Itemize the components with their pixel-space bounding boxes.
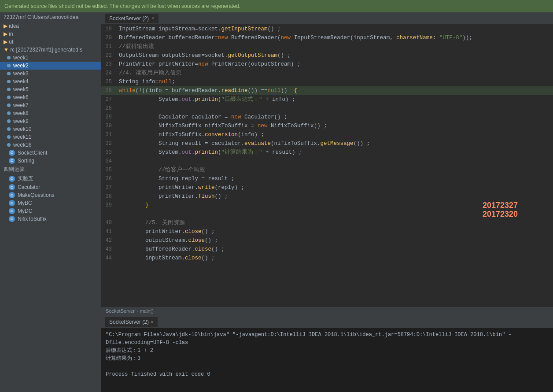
mybc-icon: C [9,200,15,206]
editor-wrapper: SocketServer (2) × 19 InputStream inputS… [101,12,553,392]
breadcrumb: SocketServer › main() [101,307,553,315]
warning-bar: Generated source files should not be edi… [0,0,553,12]
project-path: 72327mrf C:\Users\Lenovo\Idea [0,12,101,22]
caculator-icon: C [9,184,15,190]
sidebar-item-in[interactable]: ▶ in [0,30,101,38]
code-line-23: 23 PrintWriter printWriter=new PrintWrit… [101,60,553,69]
week10-dot [7,127,11,131]
sidebar-item-ut[interactable]: ▶ ut [0,38,101,46]
code-line-35: 35 //给客户一个响应 [101,166,553,174]
sidebar-item-mybc[interactable]: CMyBC [0,199,101,207]
sidebar-item-caculator[interactable]: CCaculator [0,183,101,191]
tab-bar: SocketServer (2) × [101,12,553,25]
code-line-31: 31 nifixToSuffix.conversion(info) ; [101,130,553,139]
terminal-line-2: 后缀表达式：1 + 2 [106,347,549,355]
terminal-content: "C:\Program Files\Java\jdk-10\bin\java" … [101,328,553,392]
week2-dot [7,64,11,67]
warning-text: Generated source files should not be edi… [4,3,240,9]
sidebar-item-makequestions[interactable]: CMakeQuestions [0,191,101,199]
code-line-30: 30 NifixToSuffix nifixToSuffix = new Nif… [101,122,553,130]
sidebar-item-week5[interactable]: week5 [0,85,101,93]
code-line-34: 34 [101,157,553,166]
code-line-41: 41 printWriter.close() ; [101,227,553,236]
week16-dot [7,143,11,147]
sorting-icon: C [9,158,15,164]
week4-dot [7,80,11,83]
code-line-44: 44 inputStream.close() ; [101,254,553,263]
sidebar-item-siyan[interactable]: C实验五 [0,174,101,183]
week3-dot [7,72,11,75]
sidebar-item-socketclient[interactable]: CSocketClient [0,149,101,157]
code-line-24: 24 //4. 读取用户输入信息 [101,69,553,78]
sidebar-item-week2[interactable]: week2 [0,62,101,70]
section-label-siyan: 四则运算 [0,165,101,174]
terminal-tab-bar: SocketServer (2) × [101,316,553,328]
breadcrumb-part2: main() [140,308,154,314]
terminal-line-3: 计算结果为：3 [106,355,549,362]
terminal-tab-socketserver[interactable]: SocketServer (2) × [105,317,158,327]
week1-dot [7,56,11,59]
code-line-19: 19 InputStream inputStream=socket.getInp… [101,25,553,33]
terminal-line-4 [106,362,549,370]
week5-dot [7,88,11,91]
code-line-37: 37 printWriter.write(reply) ; [101,183,553,192]
week8-dot [7,111,11,115]
tab-label: SocketServer (2) [109,15,149,22]
sidebar: 72327mrf C:\Users\Lenovo\Idea ▶ idea ▶ i… [0,12,101,392]
editor-content: 19 InputStream inputStream=socket.getInp… [101,25,553,307]
sidebar-item-week7[interactable]: week7 [0,101,101,109]
siyan-icon: C [9,176,15,182]
mydc-icon: C [9,208,15,214]
sidebar-item-src[interactable]: ▼ rc [20172327mrf1] generated s [0,46,101,54]
code-line-21: 21 //获得输出流 [101,42,553,51]
code-line-43: 43 bufferedReader.close() ; [101,245,553,254]
terminal-line-5: Process finished with exit code 0 [106,370,549,378]
code-line-20: 20 BufferedReader bufferedReader=new Buf… [101,33,553,42]
code-line-29: 29 Caculator caculator = new Caculator()… [101,113,553,122]
sidebar-item-week11[interactable]: week11 [0,133,101,141]
week7-dot [7,104,11,107]
terminal-tab-label: SocketServer (2) [109,319,149,325]
sidebar-item-idea[interactable]: ▶ idea [0,22,101,30]
breadcrumb-sep: › [136,308,138,314]
sidebar-item-week16[interactable]: week16 [0,141,101,149]
socketclient-icon: C [9,150,15,156]
terminal-line-1: "C:\Program Files\Java\jdk-10\bin\java" … [106,331,549,347]
code-line-33: 33 System.out.println("计算结果为：" + result)… [101,148,553,157]
tab-socketserver[interactable]: SocketServer (2) × [105,14,159,23]
code-area[interactable]: 19 InputStream inputStream=socket.getInp… [101,25,553,307]
sidebar-item-sorting[interactable]: CSorting [0,157,101,165]
sidebar-item-week1[interactable]: week1 [0,54,101,62]
week6-dot [7,96,11,99]
merge-indicator-1: 20172327 [483,201,518,210]
week9-dot [7,119,11,123]
merge-indicator-2: 20172320 [483,210,518,218]
code-line-25: 25 String info=null; [101,78,553,86]
code-line-22: 22 OutputStream outputStream=socket.getO… [101,51,553,60]
code-line-40: 40 //5. 关闭资源 [101,218,553,227]
code-line-28: 28 [101,104,553,113]
code-line-38: 38 printWriter.flush() ; [101,192,553,201]
breadcrumb-part1: SocketServer [106,308,135,314]
sidebar-item-week10[interactable]: week10 [0,125,101,133]
makequestions-icon: C [9,192,15,198]
code-line-26: 26 while(!((info = bufferedReader.readLi… [101,86,553,95]
code-line-39: 39 } 20172327 20172320 [101,201,553,210]
code-line-32: 32 String result = caculator.evaluate(ni… [101,139,553,148]
tab-close-button[interactable]: × [151,16,154,21]
sidebar-item-week6[interactable]: week6 [0,93,101,101]
sidebar-item-nifixToSuffix[interactable]: CNifixToSuffix [0,215,101,223]
terminal-close-button[interactable]: × [151,319,153,325]
code-line-27: 27 System.out.println("后缀表达式：" + info) ; [101,95,553,104]
nifixtosuffix-icon: C [9,216,15,222]
sidebar-item-week8[interactable]: week8 [0,109,101,117]
sidebar-item-week3[interactable]: week3 [0,70,101,78]
sidebar-item-mydc[interactable]: CMyDC [0,207,101,215]
code-line-36: 36 String reply = result ; [101,174,553,183]
code-line-42: 42 outputStream.close() ; [101,236,553,245]
sidebar-item-week9[interactable]: week9 [0,117,101,125]
sidebar-item-week4[interactable]: week4 [0,78,101,85]
terminal: SocketServer (2) × "C:\Program Files\Jav… [101,315,553,392]
week11-dot [7,135,11,139]
